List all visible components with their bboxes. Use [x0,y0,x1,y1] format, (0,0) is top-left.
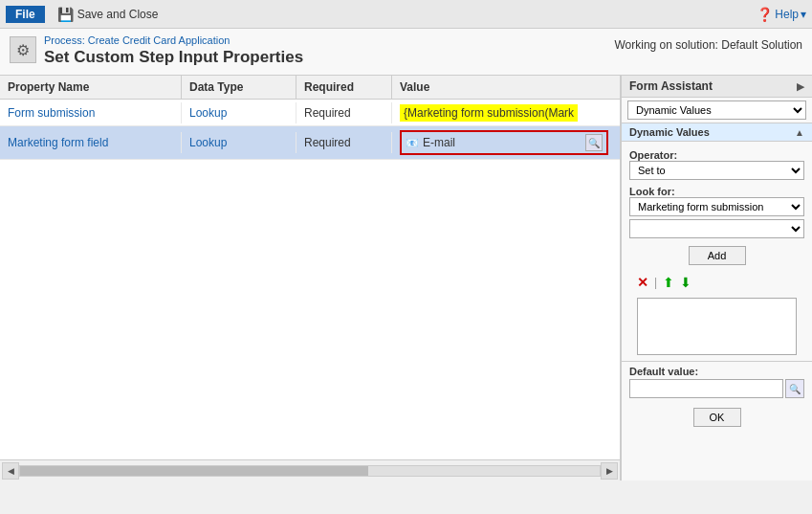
help-area[interactable]: ❓ Help ▾ [757,7,806,22]
operator-label: Operator: [629,149,804,161]
operator-section: Operator: Set to [629,147,804,180]
scroll-track[interactable] [19,465,601,477]
default-value-input[interactable] [629,379,783,398]
cell-datatype-1: Lookup [182,102,296,123]
breadcrumb[interactable]: Process: Create Credit Card Application [44,34,303,46]
table-row: Form submission Lookup Required {Marketi… [0,100,620,126]
action-row: ✕ | ⬆ ⬇ [629,273,804,294]
value-yellow-badge: {Marketing form submission(Mark [400,104,578,122]
cell-datatype-2: Lookup [182,132,296,153]
top-bar: File 💾 Save and Close ❓ Help ▾ [0,0,812,29]
operator-select[interactable]: Set to [629,161,804,180]
up-arrow-icon: ⬆ [663,275,674,290]
save-close-label: Save and Close [77,8,159,21]
look-for-select[interactable]: Marketing form submission [629,197,804,216]
list-box[interactable] [637,298,797,355]
dv-header[interactable]: Dynamic Values ▲ [622,123,812,142]
look-for-section: Look for: Marketing form submission [629,184,804,238]
dv-collapse-icon[interactable]: ▲ [795,127,804,138]
ok-button[interactable]: OK [693,408,741,427]
horizontal-scrollbar[interactable]: ◀ ▶ [0,459,620,480]
scroll-left-arrow[interactable]: ◀ [2,462,19,480]
table-body: Form submission Lookup Required {Marketi… [0,100,620,459]
cell-value-1: {Marketing form submission(Mark [392,101,620,125]
default-input-row: 🔍 [629,379,804,398]
panel-expand-icon[interactable]: ▶ [797,80,804,93]
right-panel: Form Assistant ▶ Dynamic Values Dynamic … [621,76,812,480]
panel-select-row: Dynamic Values [622,98,812,123]
table-area: Property Name Data Type Required Value F… [0,76,621,480]
col-data-type: Data Type [182,76,296,99]
move-up-icon[interactable]: ⬆ [663,275,674,290]
cell-property-1[interactable]: Form submission [0,102,182,123]
look-for-secondary-select[interactable] [629,219,804,238]
save-icon: 💾 [57,7,74,22]
help-icon: ❓ [757,7,773,22]
col-required: Required [296,76,392,99]
col-value: Value [392,76,620,99]
help-dropdown-icon: ▾ [801,8,806,21]
table-row-selected: Marketing form field Lookup Required 📧 E… [0,126,620,160]
panel-header: Form Assistant ▶ [622,76,812,98]
email-text: E-mail [423,136,582,149]
working-on-label: Working on solution: Default Solution [614,34,802,52]
dynamic-values-select[interactable]: Dynamic Values [627,101,806,120]
panel-title: Form Assistant [629,79,713,93]
default-value-section: Default value: 🔍 [622,362,812,402]
down-arrow-icon: ⬇ [680,275,691,290]
add-button[interactable]: Add [689,246,746,265]
main-content: Property Name Data Type Required Value F… [0,76,812,480]
email-icon: 📧 [406,137,419,149]
move-down-icon[interactable]: ⬇ [680,275,691,290]
cell-required-1: Required [296,102,392,123]
page-title: Set Custom Step Input Properties [44,48,303,67]
delete-icon[interactable]: ✕ [637,275,648,290]
default-lookup-button[interactable]: 🔍 [785,379,804,398]
scroll-right-arrow[interactable]: ▶ [601,462,618,480]
cell-property-2[interactable]: Marketing form field [0,132,182,153]
action-divider: | [654,276,657,289]
header-text: Process: Create Credit Card Application … [44,34,303,67]
help-label: Help [775,8,799,21]
default-value-label: Default value: [629,366,804,377]
save-close-button[interactable]: 💾 Save and Close [51,4,165,25]
file-button[interactable]: File [6,6,45,23]
dv-content: Operator: Set to Look for: Marketing for… [622,142,812,361]
email-field-container[interactable]: 📧 E-mail 🔍 [400,130,608,155]
col-property-name: Property Name [0,76,182,99]
cell-value-2[interactable]: 📧 E-mail 🔍 [392,126,620,159]
look-for-label: Look for: [629,186,804,197]
cell-required-2: Required [296,132,392,153]
header-section: ⚙ Process: Create Credit Card Applicatio… [0,29,812,76]
lookup-button[interactable]: 🔍 [585,134,603,151]
header-left: ⚙ Process: Create Credit Card Applicatio… [10,34,303,67]
table-header: Property Name Data Type Required Value [0,76,620,100]
scroll-thumb[interactable] [20,466,368,476]
dynamic-values-section: Dynamic Values ▲ Operator: Set to Look f… [622,123,812,362]
gear-icon: ⚙ [10,36,36,63]
dv-title: Dynamic Values [629,126,710,138]
